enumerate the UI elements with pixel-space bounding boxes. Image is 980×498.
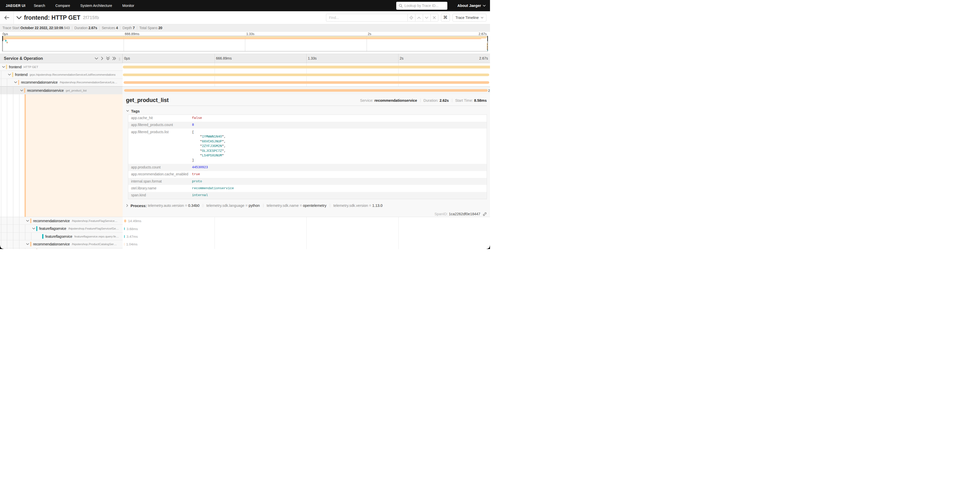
trace-minimap[interactable] bbox=[2, 36, 488, 51]
service-color-bar bbox=[30, 242, 32, 247]
viewport-right-scrubber[interactable] bbox=[487, 36, 488, 41]
find-controls-group bbox=[407, 14, 438, 21]
nav-item-system-architecture[interactable]: System Architecture bbox=[75, 3, 117, 8]
chevron-down-icon bbox=[481, 17, 484, 19]
collapse-all-icon[interactable] bbox=[106, 56, 110, 60]
indent-guide bbox=[13, 94, 13, 217]
collapse-span-chevron[interactable] bbox=[20, 89, 23, 91]
ruler-tick-label: 666.89ms bbox=[125, 32, 140, 36]
timeline-header-left: Service & Operation bbox=[0, 54, 123, 63]
span-timeline-cell[interactable]: 14.49ms bbox=[123, 217, 490, 225]
timeline-ruler: 0µs666.89ms1.33s2s2.67s bbox=[123, 54, 490, 63]
span-timeline-cell[interactable]: 1.04ms bbox=[123, 240, 490, 248]
back-button[interactable] bbox=[0, 11, 14, 24]
tag-key: app.filtered_products.list bbox=[128, 129, 189, 164]
trace-view-selector[interactable]: Trace Timeline bbox=[452, 14, 487, 21]
minimap-span-mark bbox=[6, 42, 8, 43]
summary-separator bbox=[137, 26, 137, 30]
app-logo[interactable]: JAEGER UI bbox=[6, 3, 25, 8]
span-name-cell[interactable]: recommendationservice/hipstershop.Featur… bbox=[0, 217, 123, 225]
span-name-cell[interactable]: featureflagservicefeatureflagservice.rep… bbox=[0, 233, 123, 240]
operation-name: HTTP GET bbox=[24, 65, 38, 69]
collapse-span-chevron[interactable] bbox=[32, 228, 35, 230]
link-icon[interactable] bbox=[483, 212, 487, 216]
process-value: 1.13.0 bbox=[372, 203, 382, 208]
process-accordion[interactable]: Process: telemetry.auto.version = 0.34b0… bbox=[126, 203, 382, 208]
span-duration-label: 3.47ms bbox=[126, 235, 138, 238]
nav-item-compare[interactable]: Compare bbox=[50, 3, 75, 8]
expand-one-icon[interactable] bbox=[101, 56, 103, 60]
indent-guide bbox=[13, 240, 13, 248]
focus-spans-button[interactable] bbox=[407, 14, 415, 21]
find-input[interactable]: Find... bbox=[326, 14, 407, 21]
span-timeline-cell[interactable] bbox=[123, 71, 490, 78]
collapse-span-chevron[interactable] bbox=[26, 243, 29, 245]
tag-value: recommendationservice bbox=[189, 185, 487, 192]
tag-key: otel.library.name bbox=[128, 185, 189, 192]
collapse-span-chevron[interactable] bbox=[26, 220, 29, 222]
nav-item-monitor[interactable]: Monitor bbox=[117, 3, 140, 8]
detail-indent-guides bbox=[0, 94, 24, 217]
operation-name: grpc.hipstershop.RecommendationService/L… bbox=[30, 73, 116, 77]
span-timeline-cell[interactable] bbox=[123, 248, 490, 249]
span-duration-bar[interactable] bbox=[124, 81, 489, 84]
process-key: telemetry.auto.version bbox=[148, 203, 184, 208]
service-name: recommendationservice bbox=[21, 80, 57, 85]
timeline-header: Service & Operation 0µs666.89ms1.33s2s2.… bbox=[0, 54, 490, 63]
service-color-bar bbox=[6, 64, 7, 69]
span-duration-bar[interactable] bbox=[123, 66, 490, 69]
expand-all-icon[interactable] bbox=[112, 56, 116, 60]
span-duration-label: 3.68ms bbox=[126, 227, 138, 231]
span-name-cell[interactable]: featureflagservice/hipstershop.FeatureFl… bbox=[0, 225, 123, 232]
tags-accordion-toggle[interactable]: Tags bbox=[126, 108, 140, 114]
span-timeline-cell[interactable] bbox=[123, 63, 490, 71]
ruler-tick bbox=[215, 54, 215, 63]
span-id-label: SpanID: bbox=[434, 212, 448, 216]
span-name-cell[interactable]: recommendationserviceget_product_list bbox=[0, 87, 123, 94]
close-icon bbox=[433, 16, 436, 19]
tags-title: Tags bbox=[131, 109, 140, 113]
span-timeline-cell[interactable]: 3.47ms bbox=[123, 233, 490, 240]
about-jaeger-menu[interactable]: About Jaeger bbox=[457, 3, 486, 8]
find-placeholder: Find... bbox=[329, 16, 339, 20]
span-duration-bar[interactable] bbox=[124, 235, 125, 238]
span-duration-bar[interactable] bbox=[124, 243, 124, 246]
span-name-cell[interactable]: frontendgrpc.hipstershop.RecommendationS… bbox=[0, 71, 123, 78]
collapse-span-chevron[interactable] bbox=[2, 66, 5, 68]
summary-item: Total Spans 20 bbox=[139, 26, 162, 30]
span-name-cell[interactable]: recommendationservice/hipstershop.Recomm… bbox=[0, 79, 123, 86]
collapse-title-chevron-icon[interactable] bbox=[16, 16, 22, 19]
summary-item: Duration 2.67s bbox=[74, 26, 97, 30]
span-name-cell[interactable] bbox=[0, 248, 123, 249]
span-duration-bar[interactable] bbox=[123, 73, 489, 76]
span-duration-bar[interactable] bbox=[124, 220, 126, 222]
span-duration-bar[interactable] bbox=[124, 227, 125, 230]
detail-meta-item: Start Time: 8.58ms bbox=[455, 99, 487, 102]
span-timeline-cell[interactable]: 3.68ms bbox=[123, 225, 490, 232]
collapse-one-icon[interactable] bbox=[94, 57, 99, 60]
clear-find-button[interactable] bbox=[431, 14, 438, 21]
find-prev-button[interactable] bbox=[415, 14, 423, 21]
keyboard-shortcuts-button[interactable]: ⌘ bbox=[441, 14, 450, 21]
collapse-span-chevron[interactable] bbox=[8, 73, 11, 76]
column-resize-handle[interactable] bbox=[119, 57, 121, 60]
nav-item-search[interactable]: Search bbox=[29, 3, 50, 8]
span-row-frontend: frontendgrpc.hipstershop.RecommendationS… bbox=[0, 71, 490, 78]
summary-separator bbox=[72, 26, 72, 30]
jaeger-trace-page: JAEGER UI SearchCompareSystem Architectu… bbox=[0, 0, 490, 249]
trace-id-lookup-input[interactable]: Lookup by Trace ID... bbox=[396, 2, 447, 10]
trace-page-header: frontend: HTTP GET 2f715fb Find... bbox=[0, 11, 490, 24]
ruler-tick bbox=[306, 54, 307, 63]
find-next-button[interactable] bbox=[423, 14, 431, 21]
tag-value: false bbox=[189, 115, 487, 122]
ruler-tick-label: 2s bbox=[368, 32, 371, 36]
span-timeline-cell[interactable] bbox=[123, 79, 490, 86]
span-duration-bar[interactable] bbox=[124, 89, 488, 92]
viewport-left-scrubber[interactable] bbox=[2, 36, 3, 41]
span-name-cell[interactable]: frontendHTTP GET bbox=[0, 63, 123, 71]
collapse-span-chevron[interactable] bbox=[14, 81, 17, 83]
span-timeline-cell[interactable]: 2.6 bbox=[123, 87, 490, 94]
span-row-recommendationservice: recommendationservice/hipstershop.Recomm… bbox=[0, 79, 490, 86]
span-name-cell[interactable]: recommendationservice/hipstershop.Produc… bbox=[0, 240, 123, 248]
span-id-value: 1ca2262df0e18447 bbox=[449, 212, 480, 216]
